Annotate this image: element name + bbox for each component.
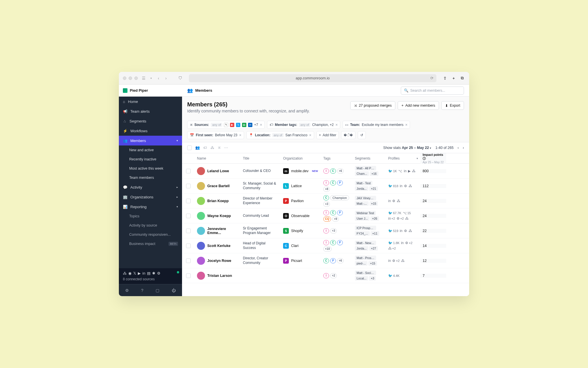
yt-profile[interactable]: ▶ [408, 169, 411, 173]
settings-icon[interactable]: ⚙ [125, 288, 129, 293]
segment-more[interactable]: +15 [368, 261, 377, 266]
nav-sub-business-impact[interactable]: Business impactBETA [119, 239, 182, 248]
prev-page-icon[interactable]: ‹ [458, 146, 459, 150]
connected-sources[interactable]: ⁂ ◉ 𝕏 ▶ in ▤ ✱ ⚙ 8 connected sources [119, 268, 182, 284]
close-icon[interactable]: × [335, 122, 338, 127]
filter-team[interactable]: ▭ Team: Exclude my team members × [343, 121, 410, 129]
hb-profile[interactable]: ⚙+2 [396, 216, 404, 221]
tag-icon[interactable]: 🏷 [203, 145, 207, 150]
li-profile[interactable]: in [401, 241, 404, 245]
workspace-switcher[interactable]: Pied Piper [119, 85, 182, 97]
sl-profile[interactable]: ⁂ [409, 184, 412, 188]
row-checkbox[interactable] [186, 169, 191, 173]
row-checkbox[interactable] [186, 214, 191, 218]
table-row[interactable]: Wayne Koepp Community Lead OObservable I… [182, 208, 469, 223]
hb-profile[interactable]: ⚙+2 [392, 259, 400, 263]
tag-more[interactable]: +9 [332, 216, 339, 222]
proposed-merges-button[interactable]: ⤭27 proposed merges [350, 101, 396, 110]
tw-profile[interactable]: 🐦1.8K [388, 241, 400, 245]
row-checkbox[interactable] [186, 244, 191, 248]
segment-badge[interactable]: Locat... [355, 276, 368, 281]
col-name[interactable]: Name [195, 156, 241, 160]
li-profile[interactable]: in [388, 259, 391, 263]
col-profiles[interactable]: Profiles▾ [386, 156, 420, 160]
segment-more[interactable]: +15 [370, 201, 378, 206]
tag-more[interactable]: +6 [337, 168, 344, 174]
table-row[interactable]: Jocelyn Rowe Director, Creator Community… [182, 253, 469, 268]
close-icon[interactable]: × [405, 122, 407, 127]
table-row[interactable]: Jenneviere Emme... Sr Engagement Program… [182, 223, 469, 238]
segment-badge[interactable]: Webinar Test [355, 211, 376, 215]
power-icon[interactable]: ⏻ [172, 288, 176, 293]
nav-segments[interactable]: ⛬Segments [119, 116, 182, 126]
col-title[interactable]: Title [241, 156, 281, 160]
nav-team-alerts[interactable]: 📢Team alerts [119, 106, 182, 116]
nav-home[interactable]: ⌂Home [119, 97, 182, 106]
nav-workflows[interactable]: ⚡Workflows [119, 126, 182, 136]
nav-activity[interactable]: 💬Activity▸ [119, 182, 182, 192]
segment-badge[interactable]: JAX Vineyard Co... [355, 196, 376, 200]
url-bar[interactable]: app.commonroom.io ⟳ [189, 74, 436, 82]
segment-more[interactable]: +26 [370, 216, 379, 221]
row-checkbox[interactable] [186, 273, 191, 278]
window-icon[interactable]: ▢ [156, 288, 159, 293]
forward-icon[interactable]: › [163, 75, 169, 81]
tag-more[interactable]: +8 [323, 187, 330, 192]
li-profile[interactable]: in+2 [388, 216, 395, 221]
sl-profile[interactable]: ⁂+2 [388, 246, 396, 250]
add-members-button[interactable]: +Add new members [398, 101, 439, 110]
tw-profile[interactable]: 🐦818 [388, 184, 398, 188]
segment-badge[interactable]: User J... [355, 216, 370, 221]
chevron-down-icon[interactable]: ▾ [430, 147, 431, 150]
row-checkbox[interactable] [186, 199, 191, 203]
segment-badge[interactable]: Matt - All Produc... [355, 166, 376, 170]
hb-profile[interactable]: ⚙ [392, 199, 395, 203]
segment-badge[interactable]: Matt - Social (No... [355, 271, 376, 275]
close-icon[interactable] [123, 76, 126, 80]
table-row[interactable]: Grace Bartell Sr. Manager, Social & Comm… [182, 179, 469, 193]
next-page-icon[interactable]: › [463, 146, 464, 150]
table-row[interactable]: Tristan Larson I+2 Matt - Social (No...L… [182, 268, 469, 283]
row-checkbox[interactable] [186, 258, 191, 263]
shield-icon[interactable]: ⛉ [177, 75, 183, 81]
nav-organizations[interactable]: 🏢Organizations▸ [119, 192, 182, 202]
segment-badge[interactable]: pied-... [355, 261, 368, 266]
nav-sub-new-active[interactable]: New and active [119, 145, 182, 155]
back-icon[interactable]: ‹ [156, 75, 161, 81]
segment-badge[interactable]: Matt - Prospects... [355, 256, 376, 260]
col-org[interactable]: Organization [281, 156, 321, 160]
chevron-down-icon[interactable]: ▾ [148, 75, 154, 81]
close-icon[interactable]: × [239, 133, 241, 137]
segment-badge[interactable]: ICP Prospecting ... [355, 226, 376, 230]
tw-profile[interactable]: 🐦4.4K [388, 274, 400, 278]
segment-badge[interactable]: Matt - New Rooms [355, 241, 376, 245]
close-icon[interactable]: × [260, 122, 262, 127]
li-profile[interactable]: in [404, 169, 406, 173]
help-icon[interactable]: ? [141, 288, 144, 293]
col-tags[interactable]: Tags [321, 156, 353, 160]
nav-sub-most-active[interactable]: Most active this week [119, 164, 182, 173]
tag-more[interactable]: +10 [323, 246, 332, 252]
segment-badge[interactable]: Jorda... [355, 246, 368, 251]
tabs-icon[interactable]: ⧉ [459, 75, 465, 81]
tag-more[interactable]: +3 [330, 228, 337, 233]
filter-first-seen[interactable]: 📅 First seen: Before May 23 × [187, 131, 244, 139]
new-tab-icon[interactable]: + [451, 75, 457, 81]
filter-location[interactable]: 📍 Location: any of San Francisco × [246, 131, 314, 139]
segment-more[interactable]: +16 [370, 171, 378, 176]
tag-more[interactable]: +3 [323, 202, 330, 207]
li-profile[interactable]: in [400, 229, 402, 233]
nav-sub-team-members[interactable]: Team members [119, 173, 182, 182]
close-icon[interactable]: × [309, 133, 312, 137]
assign-icon[interactable]: 👥 [195, 145, 200, 150]
minimize-icon[interactable] [129, 76, 132, 80]
li-profile[interactable]: in [388, 199, 391, 203]
nav-sub-topics[interactable]: Topics [119, 212, 182, 221]
nav-sub-activity-source[interactable]: Activity by source [119, 221, 182, 230]
sl-profile[interactable]: ⁂ [409, 229, 412, 233]
table-row[interactable]: Scott Kerluke Head of Digital Success CC… [182, 238, 469, 253]
nav-sub-responsiveness[interactable]: Community responsiven... [119, 230, 182, 239]
more-icon[interactable]: ⋯ [224, 145, 228, 150]
add-filter-button[interactable]: + Add filter [316, 131, 339, 139]
save-filter-button[interactable]: �े� [341, 131, 355, 139]
